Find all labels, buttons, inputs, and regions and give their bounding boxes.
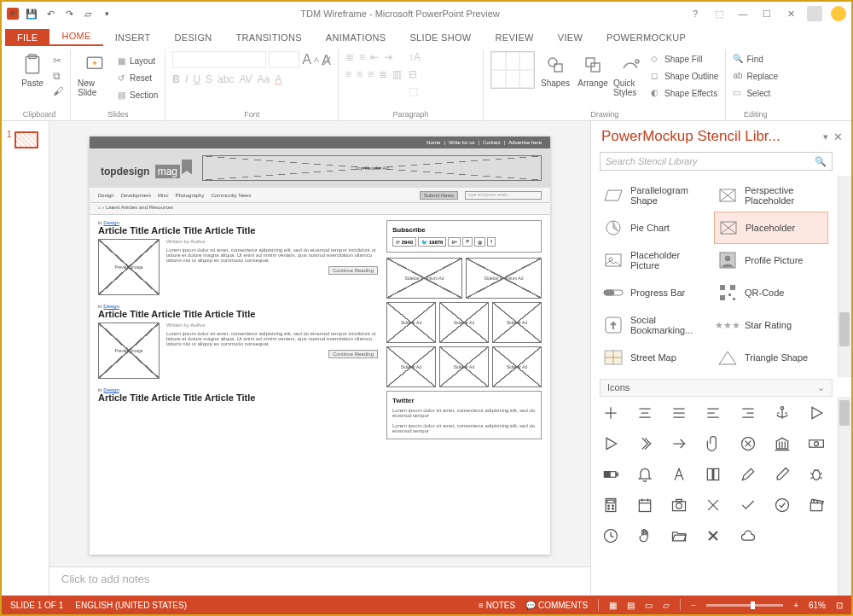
bug-icon[interactable] [805, 463, 827, 485]
select-button[interactable]: ▭Select [733, 85, 778, 101]
calculator-icon[interactable] [600, 494, 622, 516]
tab-design[interactable]: DESIGN [163, 29, 224, 46]
align-left-icon[interactable]: ≡ [345, 68, 351, 80]
reading-view-icon[interactable]: ▭ [645, 601, 653, 610]
tab-slideshow[interactable]: SLIDE SHOW [397, 29, 483, 46]
ribbon-options-icon[interactable]: ⬚ [711, 9, 727, 20]
stencil-progress[interactable]: Progress Bar [600, 276, 714, 309]
stencil-pie[interactable]: Pie Chart [600, 212, 714, 244]
camera-icon[interactable] [668, 494, 690, 516]
checkcircle-icon[interactable] [771, 494, 793, 516]
indent-left-icon[interactable]: ⇤ [370, 51, 379, 63]
comments-toggle[interactable]: 💬 COMMENTS [525, 601, 588, 610]
fit-icon[interactable]: ⊡ [836, 601, 843, 610]
shapes-gallery[interactable] [490, 51, 535, 89]
book-icon[interactable] [702, 463, 724, 485]
smartart-icon[interactable]: ⬚ [409, 85, 418, 97]
battery-icon[interactable] [600, 463, 622, 485]
stencil-picture[interactable]: Placeholder Picture [600, 244, 714, 276]
cancel-x-icon[interactable] [702, 525, 724, 547]
copy-icon[interactable]: ⧉ [53, 70, 63, 82]
case-icon[interactable]: Aa [258, 73, 270, 85]
align-center-icon[interactable]: ≡ [357, 68, 363, 80]
stencil-placeholder[interactable]: Placeholder [714, 212, 828, 244]
pencil-icon[interactable] [737, 463, 759, 485]
plus-icon[interactable] [600, 402, 622, 424]
tab-home[interactable]: HOME [49, 27, 102, 46]
text-direction-icon[interactable]: ↕A [409, 51, 421, 63]
tab-view[interactable]: VIEW [546, 29, 595, 46]
zoom-out-icon[interactable]: − [691, 601, 696, 610]
shape-effects-button[interactable]: ◐Shape Effects [651, 85, 718, 101]
shapes-button[interactable]: Shapes [538, 51, 572, 88]
tab-animations[interactable]: ANIMATIONS [314, 29, 398, 46]
tab-review[interactable]: REVIEW [484, 29, 546, 46]
face-icon[interactable] [831, 6, 846, 21]
cut-icon[interactable]: ✂ [53, 55, 63, 67]
normal-view-icon[interactable]: ▦ [609, 601, 617, 610]
anchor-icon[interactable] [771, 402, 793, 424]
find-button[interactable]: 🔍Find [733, 51, 778, 67]
cancel-icon[interactable] [702, 494, 724, 516]
undo-icon[interactable]: ↶ [44, 8, 56, 20]
tab-file[interactable]: FILE [5, 29, 49, 46]
play-solid-icon[interactable] [805, 402, 827, 424]
arrange-button[interactable]: Arrange [576, 51, 610, 88]
stencil-triangle[interactable]: Triangle Shape [714, 341, 828, 374]
numbering-icon[interactable]: ≡ [359, 51, 365, 63]
edit-icon[interactable] [771, 463, 793, 485]
increase-font-icon[interactable]: A [302, 52, 311, 67]
save-icon[interactable]: 💾 [26, 8, 38, 20]
format-painter-icon[interactable]: 🖌 [53, 85, 63, 97]
notes-toggle[interactable]: ≡ NOTES [479, 601, 515, 610]
pane-pin-icon[interactable]: ▾ [823, 131, 828, 142]
align-right-icon[interactable] [737, 402, 759, 424]
columns-icon[interactable]: ▥ [392, 68, 402, 80]
icons-section-header[interactable]: Icons⌄ [600, 379, 833, 397]
indent-right-icon[interactable]: ⇥ [384, 51, 392, 63]
stencil-star[interactable]: ★★★Star Rating [714, 309, 828, 341]
chevron-right-icon[interactable] [634, 433, 656, 455]
pane-close-icon[interactable]: ✕ [833, 131, 843, 143]
stencil-social[interactable]: Social Bookmarking... [600, 309, 714, 341]
check-icon[interactable] [737, 494, 759, 516]
align-text-icon[interactable]: ⊟ [409, 68, 417, 80]
spacing-icon[interactable]: AV [239, 73, 252, 85]
maximize-icon[interactable]: ☐ [759, 9, 775, 20]
align-right-icon[interactable]: ≡ [368, 68, 374, 80]
strikethrough-icon[interactable]: S [206, 73, 212, 85]
quick-styles-button[interactable]: Quick Styles [613, 51, 647, 97]
font-family-combo[interactable] [172, 51, 266, 68]
stencil-scrollbar[interactable] [838, 176, 851, 377]
hand-icon[interactable] [634, 525, 656, 547]
clear-format-icon[interactable]: A̷ [322, 52, 331, 68]
shape-fill-button[interactable]: ◇Shape Fill [651, 51, 718, 67]
tab-insert[interactable]: INSERT [103, 29, 163, 46]
layout-button[interactable]: ▦Layout [115, 53, 158, 68]
calendar-icon[interactable] [634, 494, 656, 516]
stencil-qr[interactable]: QR-Code [714, 276, 828, 309]
stencil-street[interactable]: Street Map [600, 341, 714, 374]
replace-button[interactable]: abReplace [733, 68, 778, 84]
clapper-icon[interactable] [805, 494, 827, 516]
paste-button[interactable]: Paste [15, 51, 49, 88]
help-icon[interactable]: ? [688, 9, 703, 19]
cloud-icon[interactable] [737, 525, 759, 547]
align-left-icon[interactable] [702, 402, 724, 424]
slideshow-view-icon[interactable]: ▱ [663, 601, 670, 610]
slideshow-icon[interactable]: ▱ [82, 8, 94, 20]
stencil-perspective[interactable]: Perspective Placeholder [714, 179, 828, 212]
user-icon[interactable] [807, 6, 822, 21]
slide-counter[interactable]: SLIDE 1 OF 1 [10, 601, 63, 610]
stencil-profile[interactable]: Profile Picture [714, 244, 828, 276]
folder-open-icon[interactable] [668, 525, 690, 547]
shadow-icon[interactable]: abc [218, 73, 234, 85]
paperclip-icon[interactable] [702, 433, 724, 455]
underline-icon[interactable]: U [193, 73, 200, 85]
stencil-parallelogram[interactable]: Parallelogram Shape [600, 179, 714, 212]
sorter-view-icon[interactable]: ▤ [627, 601, 635, 610]
decrease-font-icon[interactable]: A [314, 55, 319, 64]
new-slide-button[interactable]: New Slide [78, 51, 112, 97]
slide-canvas[interactable]: Home | Write for us | Contact | Advertis… [90, 137, 550, 555]
slide-thumb-1[interactable] [15, 131, 38, 148]
